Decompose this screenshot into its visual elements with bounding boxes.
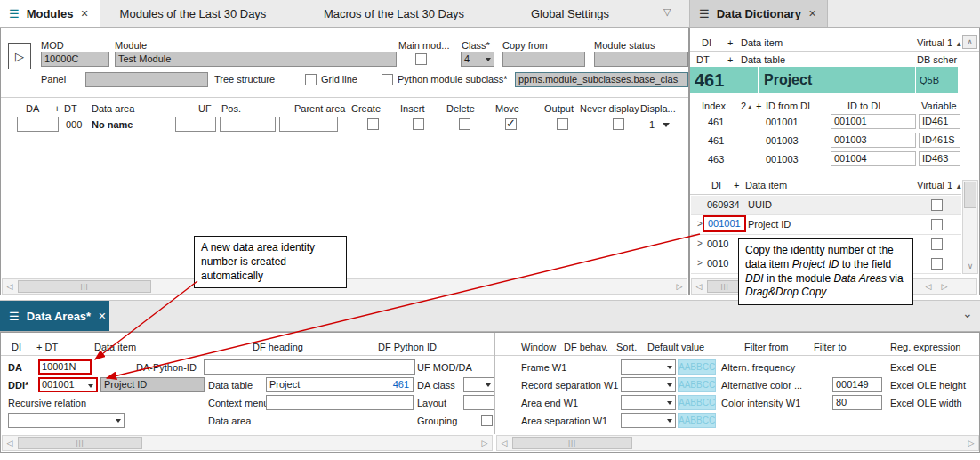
- panel-field[interactable]: [85, 72, 208, 87]
- virtual-checkbox[interactable]: [931, 258, 943, 270]
- tab-data-dictionary[interactable]: ☰ Data Dictionary ✕: [689, 0, 828, 27]
- area-end-select[interactable]: [621, 395, 676, 410]
- layout-field[interactable]: [463, 395, 494, 410]
- da-field[interactable]: 10001N: [38, 359, 92, 375]
- expand-icon[interactable]: >: [697, 219, 703, 229]
- scroll-thumb[interactable]: [964, 182, 976, 208]
- pos-input[interactable]: [220, 117, 276, 132]
- index-row-variable[interactable]: ID461S: [919, 133, 960, 148]
- virtual-checkbox[interactable]: [931, 238, 943, 250]
- item-name[interactable]: Project ID: [748, 219, 791, 230]
- close-icon[interactable]: ✕: [98, 311, 106, 322]
- output-checkbox[interactable]: [557, 118, 568, 130]
- recursive-relation-select[interactable]: [8, 413, 125, 428]
- scroll-thumb[interactable]: |||: [707, 280, 743, 293]
- grid-line-checkbox[interactable]: [305, 74, 317, 85]
- df-heading-field[interactable]: [204, 359, 415, 375]
- scroll-left-icon[interactable]: ◁: [692, 279, 706, 294]
- expand-icon[interactable]: >: [697, 258, 703, 268]
- index-row-id-from[interactable]: 001003: [766, 135, 799, 146]
- area-separation-select[interactable]: [621, 413, 676, 428]
- context-menu-field[interactable]: [266, 395, 414, 410]
- scroll-right-icon[interactable]: ▷: [937, 279, 952, 294]
- index-row-variable[interactable]: ID461: [919, 114, 960, 129]
- scroll-left-icon[interactable]: ◁: [3, 436, 17, 450]
- module-field[interactable]: Test Module: [115, 52, 397, 67]
- chevron-down-icon[interactable]: [663, 123, 670, 127]
- dt-value[interactable]: 000: [66, 119, 82, 130]
- expand-icon[interactable]: >: [697, 238, 703, 248]
- scroll-left-icon[interactable]: ◁: [3, 279, 17, 294]
- index-row-index[interactable]: 461: [708, 117, 724, 127]
- virtual-checkbox[interactable]: [931, 219, 943, 230]
- selected-table-id[interactable]: 461: [690, 67, 758, 93]
- da-class-select[interactable]: [463, 377, 494, 392]
- module-status-field[interactable]: [594, 52, 688, 67]
- tab-list-dropdown-icon[interactable]: ▽: [663, 6, 671, 18]
- menu-icon[interactable]: ☰: [699, 7, 710, 20]
- scroll-left-icon[interactable]: ◁: [921, 279, 936, 294]
- scroll-left-icon[interactable]: ◁: [497, 436, 511, 450]
- tab-data-areas[interactable]: ☰ Data Areas* ✕: [0, 301, 109, 331]
- close-icon[interactable]: ✕: [808, 8, 816, 20]
- index-row-id-from[interactable]: 001001: [766, 117, 799, 127]
- color-intensity-field[interactable]: 80: [832, 395, 882, 410]
- insert-checkbox[interactable]: [413, 118, 424, 130]
- add-icon[interactable]: +: [727, 37, 733, 48]
- index-sort-indicator[interactable]: 2▲: [741, 101, 753, 111]
- index-row-index[interactable]: 463: [708, 154, 724, 165]
- item-di[interactable]: 001001: [708, 218, 741, 229]
- delete-checkbox[interactable]: [459, 118, 470, 130]
- tab-modules[interactable]: ☰ Modules ✕: [0, 0, 100, 27]
- selected-table-name[interactable]: Project: [759, 67, 915, 93]
- class-select[interactable]: 4: [461, 52, 494, 67]
- scroll-right-icon[interactable]: ▷: [672, 279, 687, 294]
- data-areas-right-hscrollbar[interactable]: ◁ ||| ▷: [496, 435, 979, 451]
- scroll-right-icon[interactable]: ▷: [964, 436, 978, 450]
- python-subclass-field[interactable]: ppms.module_subclasses.base_clas: [515, 72, 688, 87]
- grouping-checkbox[interactable]: [481, 415, 493, 426]
- add-icon[interactable]: +: [54, 103, 60, 114]
- sort-asc-icon[interactable]: ▲: [955, 40, 962, 48]
- item-di[interactable]: 0010: [707, 258, 728, 269]
- create-checkbox[interactable]: [367, 118, 379, 130]
- collapse-chevron-icon[interactable]: ⌄: [962, 306, 973, 320]
- selected-table-schema[interactable]: Q5B: [916, 67, 958, 93]
- mod-field[interactable]: 10000C: [41, 52, 109, 67]
- data-item-row[interactable]: > 001001 Project ID: [691, 215, 961, 235]
- data-item-row[interactable]: 060934 UUID: [691, 196, 961, 215]
- tab-modules-last-30[interactable]: Modules of the Last 30 Days: [105, 0, 281, 27]
- add-icon[interactable]: +: [734, 180, 739, 190]
- tab-global-settings[interactable]: Global Settings: [510, 0, 630, 27]
- close-icon[interactable]: ✕: [80, 8, 88, 20]
- copy-from-field[interactable]: [502, 52, 585, 67]
- item-di[interactable]: 0010: [707, 238, 728, 249]
- scroll-up-button[interactable]: ∧: [962, 35, 977, 49]
- frame-w1-select[interactable]: [621, 359, 676, 375]
- never-display-checkbox[interactable]: [613, 118, 624, 130]
- sort-asc-icon[interactable]: ▲: [955, 182, 962, 190]
- move-checkbox[interactable]: [505, 118, 517, 130]
- index-row-id-to[interactable]: 001003: [831, 133, 916, 148]
- area-separation-color-swatch[interactable]: AABBCC: [678, 413, 716, 428]
- scroll-right-icon[interactable]: ▷: [478, 436, 492, 450]
- menu-icon[interactable]: ☰: [9, 310, 20, 323]
- ddi-field[interactable]: 001001: [38, 377, 98, 392]
- scroll-thumb[interactable]: |||: [18, 280, 151, 293]
- scroll-thumb[interactable]: |||: [512, 437, 632, 449]
- da-input[interactable]: [17, 117, 59, 132]
- virtual-checkbox[interactable]: [931, 199, 943, 211]
- uf-input[interactable]: [175, 117, 216, 132]
- parent-area-input[interactable]: [279, 117, 338, 132]
- run-button[interactable]: ▷: [8, 43, 31, 69]
- index-row-index[interactable]: 461: [708, 135, 724, 146]
- area-end-color-swatch[interactable]: AABBCC: [678, 395, 716, 410]
- index-row-id-to[interactable]: 001004: [831, 151, 916, 166]
- items-vscrollbar[interactable]: ∨: [962, 180, 978, 274]
- index-row-id-to[interactable]: 001001: [831, 114, 916, 129]
- alternative-color-field[interactable]: 000149: [832, 377, 882, 392]
- scroll-thumb[interactable]: |||: [18, 437, 142, 449]
- main-mod-checkbox[interactable]: [415, 53, 427, 65]
- tab-macros-last-30[interactable]: Macros of the Last 30 Days: [306, 0, 482, 27]
- index-row-variable[interactable]: ID463: [919, 151, 960, 166]
